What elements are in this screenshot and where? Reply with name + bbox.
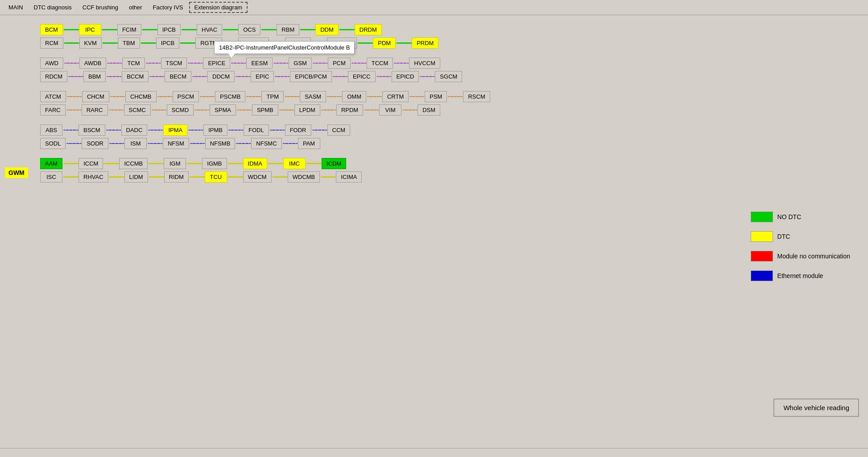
nav-dtc[interactable]: DTC diagnosis xyxy=(29,2,77,12)
conn-purple: ╌╌╌╌ xyxy=(68,72,83,81)
module-dadc[interactable]: DADC xyxy=(121,125,148,136)
module-vim[interactable]: VIM xyxy=(379,104,401,116)
module-igmb[interactable]: IGMB xyxy=(202,158,227,169)
nav-ccf[interactable]: CCF brushing xyxy=(78,2,123,12)
module-ddcm[interactable]: DDCM xyxy=(207,71,235,82)
module-epicd[interactable]: EPICD xyxy=(392,71,419,82)
module-rbm[interactable]: RBM xyxy=(277,24,299,35)
module-fodl[interactable]: FODL xyxy=(244,125,269,136)
module-igm[interactable]: IGM xyxy=(164,158,186,169)
module-pscm[interactable]: PSCM xyxy=(173,91,199,102)
module-ridm[interactable]: RIDM xyxy=(164,171,189,183)
module-tpm[interactable]: TPM xyxy=(261,91,284,102)
module-ism[interactable]: ISM xyxy=(124,138,147,149)
nav-factory[interactable]: Factory IVS xyxy=(148,2,188,12)
module-pam[interactable]: PAM xyxy=(298,138,320,149)
module-tccm[interactable]: TCCM xyxy=(367,58,393,69)
module-nfsm[interactable]: NFSM xyxy=(163,138,189,149)
module-abs[interactable]: ABS xyxy=(40,125,62,136)
module-epicc[interactable]: EPICC xyxy=(348,71,376,82)
conn-orange: ╌╌╌╌ xyxy=(66,106,81,114)
module-dsm[interactable]: DSM xyxy=(417,104,440,116)
module-drdm[interactable]: DRDM xyxy=(355,24,382,35)
module-ddm[interactable]: DDM xyxy=(315,24,339,35)
module-sgcm[interactable]: SGCM xyxy=(435,71,462,82)
module-kvm[interactable]: KVM xyxy=(79,37,102,49)
module-tcu[interactable]: TCU xyxy=(205,171,227,183)
module-chcmb[interactable]: CHCMB xyxy=(125,91,157,102)
module-rarc[interactable]: RARC xyxy=(82,104,108,116)
nav-other[interactable]: other xyxy=(124,2,147,12)
whole-vehicle-reading-button[interactable]: Whole vehicle reading xyxy=(773,399,859,417)
module-ipmb[interactable]: IPMB xyxy=(203,125,227,136)
module-gsm[interactable]: GSM xyxy=(289,58,312,69)
module-ipcb-r2[interactable]: IPCB xyxy=(156,37,179,49)
module-rpdm[interactable]: RPDM xyxy=(336,104,363,116)
module-ocs[interactable]: OCS xyxy=(238,24,260,35)
conn-green: ━━━━ xyxy=(397,39,411,47)
module-imc[interactable]: IMC xyxy=(283,158,306,169)
module-lpdm[interactable]: LPDM xyxy=(294,104,320,116)
module-hvac[interactable]: HVAC xyxy=(197,24,222,35)
module-epice[interactable]: EPICE xyxy=(203,58,230,69)
module-pdm[interactable]: PDM xyxy=(373,37,396,49)
legend-label-no-comm: Module no communication xyxy=(777,253,850,260)
module-idma[interactable]: IDMA xyxy=(243,158,268,169)
module-sodr[interactable]: SODR xyxy=(82,138,108,149)
module-pcm[interactable]: PCM xyxy=(328,58,351,69)
module-bbm[interactable]: BBM xyxy=(83,71,106,82)
module-scmc[interactable]: SCMC xyxy=(124,104,151,116)
module-tcm[interactable]: TCM xyxy=(122,58,145,69)
module-ipc[interactable]: IPC xyxy=(79,24,101,35)
module-becm[interactable]: BECM xyxy=(165,71,191,82)
module-farc[interactable]: FARC xyxy=(40,104,66,116)
module-bscm[interactable]: BSCM xyxy=(79,125,105,136)
module-rscm[interactable]: RSCM xyxy=(463,91,490,102)
module-awd[interactable]: AWD xyxy=(40,58,63,69)
module-omm[interactable]: OMM xyxy=(342,91,366,102)
module-chcm[interactable]: CHCM xyxy=(82,91,109,102)
module-rhvac[interactable]: RHVAC xyxy=(79,171,108,183)
module-epic[interactable]: EPIC xyxy=(251,71,274,82)
module-isc[interactable]: ISC xyxy=(40,171,62,183)
module-crtm[interactable]: CRTM xyxy=(382,91,409,102)
module-wdcmb[interactable]: WDCMB xyxy=(288,171,320,183)
nav-extension[interactable]: Extension diagram xyxy=(189,2,248,13)
module-psm[interactable]: PSM xyxy=(425,91,447,102)
module-ipcb-r1[interactable]: IPCB xyxy=(157,24,181,35)
module-icdm[interactable]: ICDM xyxy=(322,158,346,169)
module-icima[interactable]: ICIMA xyxy=(336,171,362,183)
module-spmb[interactable]: SPMB xyxy=(252,104,278,116)
module-tbm[interactable]: TBM xyxy=(118,37,140,49)
module-awdb[interactable]: AWDB xyxy=(79,58,107,69)
module-nfsmb[interactable]: NFSMB xyxy=(205,138,236,149)
module-rdcm[interactable]: RDCM xyxy=(40,71,67,82)
module-wdcm[interactable]: WDCM xyxy=(243,171,272,183)
module-fcim[interactable]: FCIM xyxy=(117,24,141,35)
conn-purple: ╌╌╌╌ xyxy=(333,72,347,81)
module-iccmb[interactable]: ICCMB xyxy=(119,158,148,169)
module-hvccm[interactable]: HVCCM xyxy=(409,58,440,69)
module-pscmb[interactable]: PSCMB xyxy=(215,91,245,102)
nav-main[interactable]: MAIN xyxy=(4,2,28,12)
module-bcm[interactable]: BCM xyxy=(40,24,63,35)
module-atcm[interactable]: ATCM xyxy=(40,91,66,102)
module-fodr[interactable]: FODR xyxy=(285,125,311,136)
conn-purple: ╌╌╌╌ xyxy=(192,72,207,81)
module-rcm[interactable]: RCM xyxy=(40,37,63,49)
module-epicb-pcm[interactable]: EPICB/PCM xyxy=(290,71,332,82)
module-tscm[interactable]: TSCM xyxy=(161,58,187,69)
module-lidm[interactable]: LIDM xyxy=(124,171,148,183)
module-bccm[interactable]: BCCM xyxy=(122,71,149,82)
module-nfsmc[interactable]: NFSMC xyxy=(251,138,281,149)
module-ccm[interactable]: CCM xyxy=(327,125,351,136)
module-sasm[interactable]: SASM xyxy=(300,91,326,102)
module-sodl[interactable]: SODL xyxy=(40,138,66,149)
module-eesm[interactable]: EESM xyxy=(246,58,273,69)
module-scmd[interactable]: SCMD xyxy=(167,104,194,116)
module-iccm[interactable]: ICCM xyxy=(79,158,103,169)
module-ipma[interactable]: IPMA xyxy=(163,125,187,136)
module-prdm[interactable]: PRDM xyxy=(412,37,438,49)
module-aam[interactable]: AAM xyxy=(40,158,62,169)
module-spma[interactable]: SPMA xyxy=(210,104,236,116)
